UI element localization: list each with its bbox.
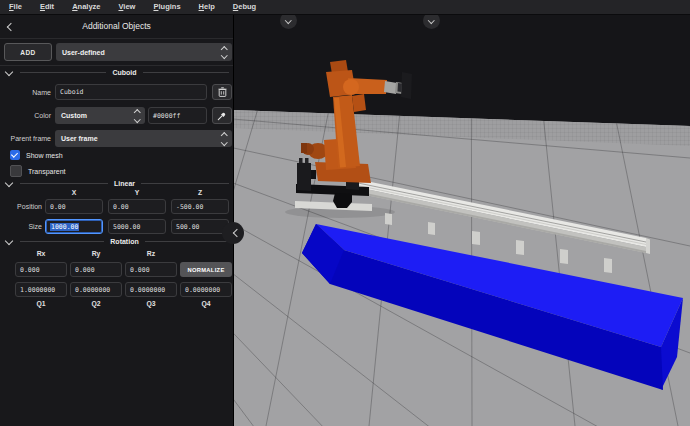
- panel-title: Additional Objects: [82, 21, 151, 31]
- rz-input[interactable]: 0.000: [125, 262, 177, 277]
- color-hex-input[interactable]: #0000ff: [148, 107, 207, 124]
- scene-canvas: [233, 14, 690, 426]
- size-z-input[interactable]: 500.00: [171, 219, 229, 234]
- dropdown-updown-icon: [222, 47, 227, 58]
- menu-bar: File Edit Analyze View Plugins Help Debu…: [0, 0, 690, 15]
- chevron-down-icon: [428, 17, 434, 23]
- position-z-input[interactable]: -500.00: [171, 199, 229, 214]
- delete-object-button[interactable]: [212, 84, 232, 100]
- column-header-z: Z: [171, 189, 229, 196]
- back-chevron-icon: [7, 23, 15, 31]
- position-label: Position: [0, 199, 42, 214]
- q1-input[interactable]: 1.0000000: [15, 282, 67, 297]
- chevron-down-icon: [285, 17, 291, 23]
- menu-item-view[interactable]: View: [109, 0, 144, 14]
- size-label: Size: [0, 219, 42, 234]
- q4-input[interactable]: 0.0000000: [180, 282, 232, 297]
- dropdown-updown-icon: [222, 133, 227, 144]
- parent-frame-dropdown[interactable]: User frame: [55, 130, 232, 147]
- color-mode-value: Custom: [61, 112, 131, 119]
- column-header-y: Y: [108, 189, 166, 196]
- q2-label: Q2: [70, 300, 122, 307]
- q2-input[interactable]: 0.0000000: [70, 282, 122, 297]
- color-picker-button[interactable]: [212, 107, 232, 124]
- ry-input[interactable]: 0.000: [70, 262, 122, 277]
- column-header-ry: Ry: [70, 250, 122, 257]
- back-button[interactable]: [6, 22, 16, 32]
- application-window: File Edit Analyze View Plugins Help Debu…: [0, 0, 690, 426]
- object-type-value: User-defined: [62, 49, 218, 56]
- show-mesh-label: Show mesh: [26, 152, 63, 159]
- divider: [0, 65, 233, 66]
- cuboid-section-title: Cuboid: [112, 69, 136, 76]
- collapse-chevron-icon: [233, 229, 241, 237]
- linear-section-header: Linear: [0, 179, 229, 188]
- collapse-cuboid-icon[interactable]: [5, 67, 13, 75]
- menu-item-file[interactable]: File: [0, 0, 31, 14]
- size-x-input[interactable]: 1000.00: [45, 219, 103, 234]
- name-label: Name: [0, 84, 51, 100]
- transparent-row: Transparent: [10, 165, 65, 177]
- cuboid-section-header: Cuboid: [0, 68, 229, 77]
- menu-item-debug[interactable]: Debug: [224, 0, 265, 14]
- object-type-dropdown[interactable]: User-defined: [56, 43, 232, 61]
- add-button[interactable]: ADD: [4, 43, 52, 61]
- name-input[interactable]: Cuboid: [55, 84, 207, 100]
- menu-item-edit[interactable]: Edit: [31, 0, 63, 14]
- dropdown-updown-icon: [135, 110, 140, 121]
- size-y-input[interactable]: 5000.00: [108, 219, 166, 234]
- viewport-3d[interactable]: [233, 14, 690, 426]
- check-icon: [11, 151, 18, 158]
- menu-item-analyze[interactable]: Analyze: [63, 0, 109, 14]
- rotation-section-header: Rotation: [0, 237, 229, 246]
- parent-frame-value: User frame: [61, 135, 218, 142]
- rotation-section-title: Rotation: [110, 238, 138, 245]
- position-x-input[interactable]: 0.00: [45, 199, 103, 214]
- show-mesh-row: Show mesh: [10, 149, 63, 161]
- q1-label: Q1: [15, 300, 67, 307]
- column-header-rz: Rz: [125, 250, 177, 257]
- normalize-button[interactable]: NORMALIZE: [180, 262, 232, 277]
- show-mesh-checkbox[interactable]: [10, 150, 20, 160]
- menu-item-plugins[interactable]: Plugins: [144, 0, 189, 14]
- q3-input[interactable]: 0.0000000: [125, 282, 177, 297]
- column-header-x: X: [45, 189, 103, 196]
- position-y-input[interactable]: 0.00: [108, 199, 166, 214]
- panel-header: Additional Objects: [0, 14, 233, 39]
- color-label: Color: [0, 107, 51, 124]
- parent-frame-label: Parent frame: [0, 130, 51, 147]
- color-mode-dropdown[interactable]: Custom: [55, 107, 145, 124]
- panel-collapse-handle[interactable]: [222, 222, 244, 244]
- menu-item-help[interactable]: Help: [190, 0, 224, 14]
- transparent-checkbox[interactable]: [10, 165, 22, 177]
- trash-icon: [218, 87, 227, 97]
- collapse-rotation-icon[interactable]: [5, 236, 13, 244]
- q4-label: Q4: [180, 300, 232, 307]
- rx-input[interactable]: 0.000: [15, 262, 67, 277]
- q3-label: Q3: [125, 300, 177, 307]
- linear-section-title: Linear: [114, 180, 135, 187]
- transparent-label: Transparent: [28, 168, 65, 175]
- column-header-rx: Rx: [15, 250, 67, 257]
- eyedropper-icon: [217, 111, 227, 121]
- additional-objects-panel: Additional Objects ADD User-defined Cubo…: [0, 14, 234, 426]
- collapse-linear-icon[interactable]: [5, 178, 13, 186]
